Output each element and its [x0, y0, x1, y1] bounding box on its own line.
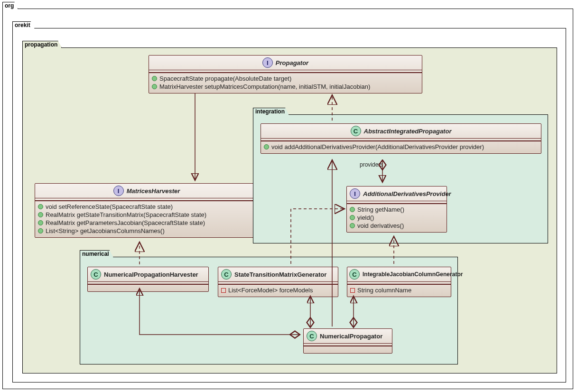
package-integration: integration C AbstractIntegratedPropagat…	[253, 114, 548, 243]
package-numerical: numerical C NumericalPropagationHarveste…	[80, 257, 458, 364]
class-statetransitionmatrixgenerator-head: C StateTransitionMatrixGenerator	[218, 267, 338, 282]
member: void addAdditionalDerivativesProvider(Ad…	[264, 143, 538, 151]
member: String columnName	[350, 286, 448, 294]
class-propagator: I Propagator SpacecraftState propagate(A…	[149, 55, 422, 93]
member: SpacecraftState propagate(AbsoluteDate t…	[152, 75, 419, 83]
class-integrablejacobiancolumngenerator-head: C IntegrableJacobianColumnGenerator	[347, 267, 451, 282]
member: MatrixHarvester setupMatricesComputation…	[152, 83, 419, 91]
public-icon	[152, 76, 157, 81]
interface-icon: I	[262, 57, 273, 68]
public-icon	[152, 84, 157, 89]
class-icon: C	[307, 331, 317, 341]
member: RealMatrix getStateTransitionMatrix(Spac…	[38, 211, 255, 219]
class-numericalpropagationharvester-name: NumericalPropagationHarvester	[104, 271, 198, 278]
class-numericalpropagator-name: NumericalPropagator	[320, 333, 382, 340]
public-icon	[38, 204, 43, 209]
package-numerical-tab: numerical	[80, 250, 113, 257]
class-numericalpropagationharvester-head: C NumericalPropagationHarvester	[88, 267, 208, 282]
assoc-label-providers: providers	[360, 161, 383, 168]
class-additionalderivativesprovider: I AdditionalDerivativesProvider String g…	[346, 186, 447, 233]
public-icon	[38, 212, 43, 217]
package-orekit-tab: orekit	[12, 21, 35, 28]
class-icon: C	[349, 269, 360, 280]
member: void derivatives()	[350, 222, 444, 230]
package-integration-tab: integration	[253, 108, 289, 115]
class-integrablejacobiancolumngenerator-name: IntegrableJacobianColumnGenerator	[363, 271, 463, 278]
package-propagation: propagation I Propagator SpacecraftState…	[22, 47, 557, 373]
member: yield()	[350, 214, 444, 222]
class-icon: C	[221, 269, 232, 280]
member: String getName()	[350, 205, 444, 214]
class-matricesharvester-name: MatricesHarvester	[127, 187, 180, 195]
interface-icon: I	[350, 188, 360, 199]
class-numericalpropagationharvester: C NumericalPropagationHarvester	[87, 267, 209, 292]
class-abstractintegratedpropagator-name: AbstractIntegratedPropagator	[364, 128, 452, 135]
member: List<ForceModel> forceModels	[221, 286, 335, 294]
class-matricesharvester-head: I MatricesHarvester	[35, 184, 258, 198]
class-numericalpropagator-head: C NumericalPropagator	[304, 329, 392, 344]
member: void setReferenceState(SpacecraftState s…	[38, 203, 255, 211]
package-propagation-tab: propagation	[22, 41, 62, 48]
class-abstractintegratedpropagator-head: C AbstractIntegratedPropagator	[261, 124, 541, 139]
public-icon	[38, 220, 43, 225]
public-icon	[350, 223, 355, 228]
class-additionalderivativesprovider-head: I AdditionalDerivativesProvider	[347, 187, 447, 201]
class-abstractintegratedpropagator: C AbstractIntegratedPropagator void addA…	[261, 123, 541, 154]
public-icon	[264, 144, 269, 149]
interface-icon: I	[113, 186, 124, 196]
public-icon	[350, 215, 355, 220]
package-org: org orekit propagation I Propagator Spac…	[2, 9, 573, 389]
class-propagator-head: I Propagator	[149, 56, 422, 70]
class-integrablejacobiancolumngenerator: C IntegrableJacobianColumnGenerator Stri…	[347, 267, 451, 297]
class-statetransitionmatrixgenerator-name: StateTransitionMatrixGenerator	[234, 271, 326, 278]
class-icon: C	[351, 126, 361, 136]
package-org-tab: org	[2, 2, 18, 9]
class-propagator-name: Propagator	[276, 59, 308, 66]
package-private-icon	[221, 288, 226, 293]
public-icon	[38, 228, 43, 233]
class-icon: C	[91, 269, 101, 280]
class-numericalpropagator: C NumericalPropagator	[303, 328, 392, 354]
package-private-icon	[350, 288, 355, 293]
member: RealMatrix getParametersJacobian(Spacecr…	[38, 219, 255, 227]
class-matricesharvester: I MatricesHarvester void setReferenceSta…	[35, 183, 259, 238]
class-statetransitionmatrixgenerator: C StateTransitionMatrixGenerator List<Fo…	[218, 267, 338, 297]
package-orekit: orekit propagation I Propagator Spacecra…	[12, 28, 566, 383]
public-icon	[350, 207, 355, 212]
member: List<String> getJacobiansColumnsNames()	[38, 227, 255, 235]
class-additionalderivativesprovider-name: AdditionalDerivativesProvider	[363, 190, 451, 197]
